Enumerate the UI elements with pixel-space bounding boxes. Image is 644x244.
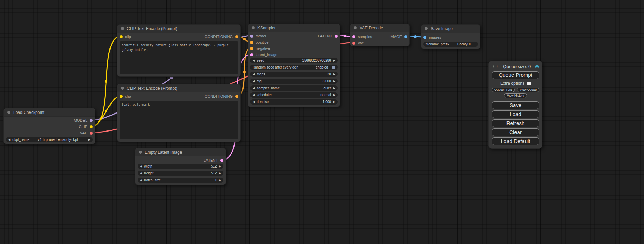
decrement-arrow-icon[interactable]: ◀ (140, 179, 142, 182)
increment-arrow-icon[interactable]: ▶ (219, 172, 221, 175)
widget-value: 1.000 (323, 100, 331, 104)
output-dot-vae[interactable] (90, 132, 93, 135)
output-dot-clip[interactable] (90, 125, 93, 128)
increment-arrow-icon[interactable]: ▶ (333, 87, 335, 90)
widget-seed[interactable]: ◀ seed 156680208700286 ▶ (250, 58, 338, 63)
node-title-bar[interactable]: Load Checkpoint (4, 108, 95, 117)
increment-arrow-icon[interactable]: ▶ (88, 138, 90, 141)
decrement-arrow-icon[interactable]: ◀ (253, 80, 255, 83)
increment-arrow-icon[interactable]: ▶ (219, 179, 221, 182)
collapse-dot-icon[interactable] (425, 27, 428, 30)
save-button[interactable]: Save (492, 101, 539, 109)
increment-arrow-icon[interactable]: ▶ (333, 94, 335, 97)
widget-scheduler[interactable]: ◀ scheduler normal ▶ (250, 92, 338, 98)
node-title-bar[interactable]: KSampler (248, 24, 340, 32)
widget-ckpt-name[interactable]: ◀ ckpt_name v1-5-pruned-emaonly.ckpt ▶ (6, 137, 93, 142)
input-dot-samples[interactable] (352, 35, 355, 38)
widget-label: cfg (257, 79, 261, 83)
collapse-dot-icon[interactable] (252, 26, 255, 29)
output-dot-latent[interactable] (220, 159, 223, 162)
increment-arrow-icon[interactable]: ▶ (333, 59, 335, 62)
widget-label: seed (257, 58, 264, 62)
wire-midpoint-dot (344, 35, 346, 37)
widget-random-seed-toggle[interactable]: Random seed after every gen enabled (250, 65, 338, 70)
wire-midpoint-dot (414, 35, 417, 38)
input-dot-clip[interactable] (120, 35, 123, 38)
widget-cfg[interactable]: ◀ cfg 8.000 ▶ (250, 79, 338, 84)
input-dot-latent-image[interactable] (250, 53, 253, 56)
node-canvas[interactable]: { "colors": { "model": "#B39DDB", "clip"… (0, 0, 644, 244)
output-dot-conditioning[interactable] (235, 95, 238, 98)
negative-prompt-textarea[interactable]: text, watermark (120, 101, 238, 139)
node-title: KSampler (257, 26, 276, 30)
node-clip-text-encode-negative[interactable]: CLIP Text Encode (Prompt) clip CONDITION… (117, 84, 241, 142)
wire-midpoint-dot (105, 110, 107, 112)
node-clip-text-encode-positive[interactable]: CLIP Text Encode (Prompt) clip CONDITION… (117, 24, 241, 77)
collapse-dot-icon[interactable] (139, 151, 142, 154)
input-dot-negative[interactable] (250, 47, 253, 50)
widget-label: Random seed after every gen (253, 65, 298, 69)
node-title-bar[interactable]: Save Image (421, 25, 480, 33)
drag-handle-icon[interactable]: ⋮⋮ (492, 65, 499, 69)
output-dot-latent[interactable] (335, 35, 338, 38)
increment-arrow-icon[interactable]: ▶ (219, 165, 221, 168)
input-dot-positive[interactable] (250, 41, 253, 44)
toggle-knob-icon[interactable] (332, 66, 335, 69)
output-dot-image[interactable] (404, 35, 407, 38)
input-dot-clip[interactable] (120, 95, 123, 98)
node-title-bar[interactable]: CLIP Text Encode (Prompt) (117, 84, 240, 92)
increment-arrow-icon[interactable]: ▶ (333, 73, 335, 76)
clear-button[interactable]: Clear (492, 128, 539, 136)
increment-arrow-icon[interactable]: ▶ (333, 80, 335, 83)
collapse-dot-icon[interactable] (121, 27, 124, 30)
node-title-bar[interactable]: VAE Decode (350, 24, 409, 32)
output-dot-conditioning[interactable] (235, 35, 238, 38)
extra-options-checkbox[interactable] (527, 82, 531, 85)
node-title-bar[interactable]: Empty Latent Image (135, 148, 226, 156)
decrement-arrow-icon[interactable]: ◀ (253, 94, 255, 97)
node-title: Save Image (431, 26, 453, 31)
decrement-arrow-icon[interactable]: ◀ (253, 87, 255, 90)
node-save-image[interactable]: Save Image images filename_prefix ComfyU… (421, 24, 480, 49)
refresh-button[interactable]: Refresh (492, 119, 539, 127)
input-dot-images[interactable] (423, 36, 426, 39)
decrement-arrow-icon[interactable]: ◀ (253, 59, 255, 62)
view-queue-button[interactable]: View Queue (517, 88, 539, 92)
increment-arrow-icon[interactable]: ▶ (333, 101, 335, 103)
widget-steps[interactable]: ◀ steps 20 ▶ (250, 72, 338, 77)
load-default-button[interactable]: Load Default (492, 137, 539, 145)
node-empty-latent-image[interactable]: Empty Latent Image LATENT ◀ width 512 ▶ … (135, 148, 226, 185)
node-ksampler[interactable]: KSampler model LATENT positive negative … (248, 24, 340, 107)
output-label-conditioning: CONDITIONING (205, 94, 233, 98)
node-title: CLIP Text Encode (Prompt) (127, 86, 177, 91)
output-dot-model[interactable] (90, 119, 93, 122)
wire-midpoint-dot (170, 76, 173, 79)
node-title-bar[interactable]: CLIP Text Encode (Prompt) (117, 25, 240, 33)
node-vae-decode[interactable]: VAE Decode samples IMAGE vae (350, 24, 410, 46)
input-dot-model[interactable] (250, 35, 253, 38)
widget-sampler-name[interactable]: ◀ sampler_name euler ▶ (250, 85, 338, 91)
widget-batch-size[interactable]: ◀ batch_size 1 ▶ (138, 178, 223, 183)
decrement-arrow-icon[interactable]: ◀ (8, 138, 10, 141)
decrement-arrow-icon[interactable]: ◀ (253, 101, 255, 103)
input-slot-vae: vae (350, 40, 409, 46)
settings-gear-icon[interactable] (535, 64, 539, 69)
input-label-positive: positive (256, 40, 268, 44)
collapse-dot-icon[interactable] (354, 26, 357, 29)
node-load-checkpoint[interactable]: Load Checkpoint MODEL CLIP VAE ◀ ckpt_na… (3, 108, 95, 144)
decrement-arrow-icon[interactable]: ◀ (140, 172, 142, 175)
collapse-dot-icon[interactable] (121, 87, 124, 90)
decrement-arrow-icon[interactable]: ◀ (253, 73, 255, 76)
decrement-arrow-icon[interactable]: ◀ (140, 165, 142, 168)
widget-height[interactable]: ◀ height 512 ▶ (138, 171, 223, 176)
input-dot-vae[interactable] (352, 42, 355, 45)
queue-front-button[interactable]: Queue Front (492, 88, 515, 92)
widget-width[interactable]: ◀ width 512 ▶ (138, 164, 223, 169)
view-history-button[interactable]: View History (504, 93, 527, 98)
load-button[interactable]: Load (492, 110, 539, 118)
widget-filename-prefix[interactable]: filename_prefix ComfyUI (423, 42, 478, 47)
widget-denoise[interactable]: ◀ denoise 1.000 ▶ (250, 99, 338, 105)
queue-prompt-button[interactable]: Queue Prompt (492, 71, 539, 79)
positive-prompt-textarea[interactable]: beautiful scenery nature glass bottle la… (120, 41, 238, 74)
collapse-dot-icon[interactable] (7, 111, 10, 114)
